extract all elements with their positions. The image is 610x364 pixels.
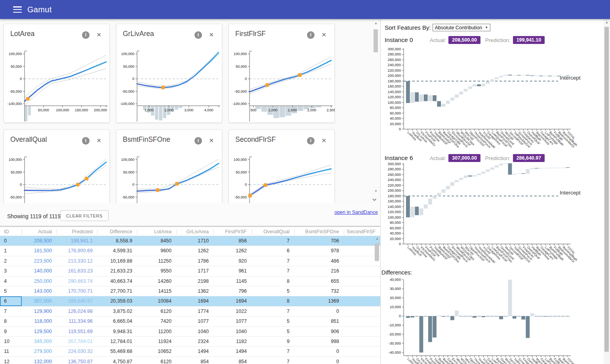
cell-GrLivArea[interactable]: 2198	[176, 276, 214, 286]
table-row-6[interactable]: 6307,000286,640.9720,359.031008416941694…	[0, 296, 380, 306]
column-header-FirstFlrSF[interactable]: FirstFlrSF	[214, 227, 252, 236]
cell-OverallQual[interactable]: 7	[252, 357, 294, 364]
charts-scrollbar-thumb[interactable]	[374, 29, 378, 52]
table-row-7[interactable]: 7129,900126,024.983,875.0261201774102270	[0, 307, 380, 316]
info-icon[interactable]: i	[82, 31, 90, 39]
charts-scrollbar[interactable]: ▲ ▼	[373, 19, 379, 203]
table-row-12[interactable]: 12132,000136,750.874,750.87612085485470	[0, 357, 380, 364]
cell-Difference[interactable]: 55,469.68	[97, 347, 137, 356]
cell-ID[interactable]: 4	[0, 276, 22, 286]
cell-LotArea[interactable]: 6120	[137, 307, 176, 316]
table-row-1[interactable]: 1181,500176,900.694,599.3196001262126269…	[0, 246, 380, 256]
table-scrollbar[interactable]: ▲	[374, 236, 380, 364]
cell-FirstFlrSF[interactable]: 796	[214, 286, 252, 296]
cell-Predicted[interactable]: 176,900.69	[57, 246, 97, 255]
cell-GrLivArea[interactable]: 1262	[176, 246, 214, 255]
cell-Difference[interactable]: 27,700.71	[97, 286, 137, 296]
cell-FirstFlrSF[interactable]: 1262	[214, 246, 252, 255]
cell-ID[interactable]: 7	[0, 307, 22, 316]
cell-GrLivArea[interactable]: 1362	[176, 286, 214, 296]
cell-Predicted[interactable]: 161,633.23	[57, 266, 97, 276]
scroll-up-icon[interactable]: ▲	[373, 21, 379, 25]
table-row-9[interactable]: 9129,500119,551.699,948.3111200104010405…	[0, 327, 380, 337]
table-row-0[interactable]: 0208,500199,941.18,558.9845017108567706	[0, 236, 380, 246]
cell-BsmtFinSFOne[interactable]: 1369	[294, 296, 344, 306]
cell-Actual[interactable]: 279,500	[22, 347, 57, 356]
cell-Predicted[interactable]: 290,663.74	[57, 276, 97, 286]
cell-Actual[interactable]: 181,500	[22, 246, 57, 255]
cell-BsmtFinSFOne[interactable]: 0	[294, 347, 344, 356]
info-icon[interactable]: i	[82, 137, 90, 145]
cell-Actual[interactable]: 129,500	[22, 327, 57, 336]
info-icon[interactable]: i	[194, 137, 202, 145]
cell-Difference[interactable]: 4,750.87	[97, 357, 137, 364]
cell-BsmtFinSFOne[interactable]: 0	[294, 357, 344, 364]
instance-marker-square[interactable]	[85, 177, 88, 180]
cell-GrLivArea[interactable]: 1786	[176, 256, 214, 266]
column-header-OverallQual[interactable]: OverallQual	[252, 227, 294, 236]
close-icon[interactable]: ✕	[96, 31, 101, 38]
sanddance-link[interactable]: open in SandDance	[334, 210, 378, 215]
close-icon[interactable]: ✕	[96, 137, 101, 144]
cell-GrLivArea[interactable]: 1694	[176, 296, 214, 306]
cell-LotArea[interactable]: 7420	[137, 316, 176, 326]
cell-Actual[interactable]: 223,500	[22, 256, 57, 266]
cell-ID[interactable]: 6	[0, 296, 22, 306]
instance-marker-circle[interactable]	[26, 97, 30, 101]
cell-OverallQual[interactable]: 6	[252, 246, 294, 255]
table-scrollbar-thumb[interactable]	[375, 243, 379, 261]
cell-GrLivArea[interactable]: 1077	[176, 316, 214, 326]
menu-icon[interactable]	[13, 6, 22, 13]
cell-Predicted[interactable]: 213,330.12	[57, 256, 97, 266]
cell-LotArea[interactable]: 10652	[137, 347, 176, 356]
cell-LotArea[interactable]: 9600	[137, 246, 176, 255]
instance-marker-circle[interactable]	[263, 183, 267, 187]
cell-Actual[interactable]: 208,500	[22, 236, 57, 246]
cell-Difference[interactable]: 6,665.04	[97, 316, 137, 326]
instance-marker-square[interactable]	[175, 182, 179, 186]
cell-GrLivArea[interactable]: 1774	[176, 307, 214, 316]
cell-OverallQual[interactable]: 5	[252, 316, 294, 326]
cell-OverallQual[interactable]: 7	[252, 347, 294, 356]
cell-Actual[interactable]: 250,000	[22, 276, 57, 286]
cell-LotArea[interactable]: 11924	[137, 337, 176, 346]
cell-ID[interactable]: 3	[0, 266, 22, 276]
cell-Predicted[interactable]: 286,640.97	[57, 296, 97, 306]
cell-FirstFlrSF[interactable]: 1694	[214, 296, 252, 306]
right-scrollbar[interactable]: ▲	[604, 19, 610, 364]
column-header-SecondFlrSF[interactable]: SecondFlrSF	[344, 227, 380, 236]
cell-OverallQual[interactable]: 5	[252, 286, 294, 296]
cell-Actual[interactable]: 345,000	[22, 337, 57, 346]
cell-Predicted[interactable]: 136,750.87	[57, 357, 97, 364]
cell-Difference[interactable]: 40,663.74	[97, 276, 137, 286]
cell-OverallQual[interactable]: 7	[252, 236, 294, 246]
cell-ID[interactable]: 12	[0, 357, 22, 364]
cell-GrLivArea[interactable]: 1494	[176, 347, 214, 356]
info-icon[interactable]: i	[307, 137, 315, 145]
close-icon[interactable]: ✕	[321, 137, 326, 144]
cell-ID[interactable]: 10	[0, 337, 22, 346]
cell-BsmtFinSFOne[interactable]: 906	[294, 327, 344, 336]
cell-GrLivArea[interactable]: 2324	[176, 337, 214, 346]
cell-OverallQual[interactable]: 7	[252, 307, 294, 316]
cell-FirstFlrSF[interactable]: 1040	[214, 327, 252, 336]
right-scroll-up-icon[interactable]: ▲	[604, 21, 610, 24]
table-row-3[interactable]: 3140,000161,633.2321,633.239550171796172…	[0, 266, 380, 276]
cell-BsmtFinSFOne[interactable]: 216	[294, 266, 344, 276]
cell-FirstFlrSF[interactable]: 854	[214, 357, 252, 364]
cell-Actual[interactable]: 143,000	[22, 286, 57, 296]
cell-ID[interactable]: 11	[0, 347, 22, 356]
cell-LotArea[interactable]: 14260	[137, 276, 176, 286]
cell-BsmtFinSFOne[interactable]: 706	[294, 236, 344, 246]
cell-Actual[interactable]: 129,900	[22, 307, 57, 316]
close-icon[interactable]: ✕	[321, 31, 326, 38]
instance-marker-square[interactable]	[298, 73, 301, 77]
cell-Difference[interactable]: 9,948.31	[97, 327, 137, 336]
clear-filters-button[interactable]: CLEAR FILTERS	[60, 210, 109, 221]
cell-GrLivArea[interactable]: 1710	[176, 236, 214, 246]
cell-ID[interactable]: 9	[0, 327, 22, 336]
cell-OverallQual[interactable]: 8	[252, 276, 294, 286]
cell-Predicted[interactable]: 224,030.32	[57, 347, 97, 356]
cell-BsmtFinSFOne[interactable]: 486	[294, 256, 344, 266]
table-row-10[interactable]: 10345,000357,784.0112,784.01119242324118…	[0, 337, 380, 347]
